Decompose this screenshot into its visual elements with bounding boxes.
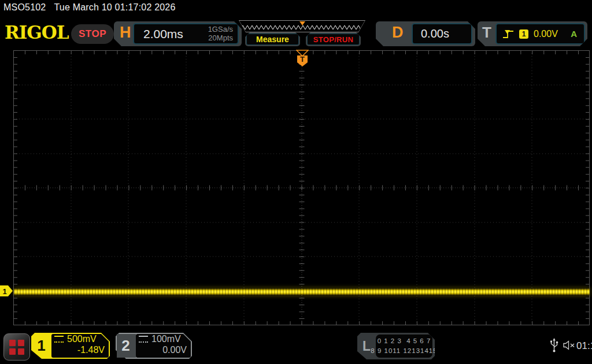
delay-readout: 0.00s <box>412 23 472 44</box>
title-bar: MSO5102Tue March 10 01:17:02 2026 <box>3 2 176 13</box>
datetime: Tue March 10 01:17:02 2026 <box>54 2 175 12</box>
logic-label: L <box>362 333 371 359</box>
display-grid-button[interactable] <box>3 333 30 361</box>
run-state-label: STOP <box>79 28 106 40</box>
trigger-level-value: 0.00V <box>534 29 565 39</box>
speaker-muted-icon <box>563 340 575 350</box>
channel-2-offset: 0.00V <box>139 345 187 355</box>
grid-lines <box>13 50 590 325</box>
trigger-panel[interactable]: T 1 0.00V A <box>478 21 587 46</box>
run-state-badge[interactable]: STOP <box>71 24 114 44</box>
delay-value: 0.00s <box>421 27 449 40</box>
waveform-preview-strip[interactable] <box>239 20 365 32</box>
memory-depth: 20Mpts <box>208 34 233 42</box>
trigger-readout: 1 0.00V A <box>495 23 585 44</box>
trigger-source-badge: 1 <box>519 29 528 39</box>
logic-channel-list: 0 1 2 3 4 5 6 7 8 9 1011 12131415 <box>376 335 432 358</box>
oscilloscope-screen: { "title_bar": { "model": "MSO5102", "da… <box>0 0 592 364</box>
clock: 01:16 <box>576 340 592 352</box>
measure-button[interactable]: Measure <box>245 32 300 46</box>
horizontal-readout: 2.00ms 1GSa/s 20Mpts <box>133 23 239 44</box>
dc-coupling-icon <box>54 336 64 343</box>
trigger-slope-icon <box>502 29 514 39</box>
ch1-marker-label: 1 <box>2 287 6 296</box>
trigger-marker-label: T <box>300 55 305 64</box>
trigger-label: T <box>482 24 491 42</box>
measure-button-label: Measure <box>256 35 289 44</box>
grid-icon <box>9 340 24 355</box>
channel-2-values: 100mV 0.00V <box>139 334 187 358</box>
measure-button-face: Measure <box>246 34 299 45</box>
logic-channels-status[interactable]: L 0 1 2 3 4 5 6 7 8 9 1011 12131415 <box>357 333 435 359</box>
timebase-value: 2.00ms <box>143 27 208 41</box>
trigger-position-marker[interactable]: T <box>296 50 309 67</box>
rigol-logo: RIGOL <box>5 22 69 43</box>
usb-icon <box>550 338 558 353</box>
stop-run-button-label: STOP/RUN <box>313 35 353 44</box>
channel-2-scale: 100mV <box>151 334 181 344</box>
acquisition-info: 1GSa/s 20Mpts <box>208 25 233 43</box>
channel-1-number: 1 <box>31 333 51 359</box>
stop-run-button-face: STOP/RUN <box>307 34 360 45</box>
stop-run-button[interactable]: STOP/RUN <box>306 32 361 46</box>
logic-row-2: 8 9 1011 12131415 <box>371 346 437 356</box>
sample-rate: 1GSa/s <box>208 25 233 34</box>
preview-trigger-position-icon <box>299 21 305 25</box>
ch1-waveform-trace <box>14 288 590 296</box>
channel-2-status[interactable]: 2 100mV 0.00V <box>116 333 192 359</box>
channel-1-status[interactable]: 1 500mV -1.48V <box>31 333 110 359</box>
model-name: MSO5102 <box>3 2 46 12</box>
trigger-sweep-mode: A <box>571 29 577 39</box>
channel-1-values: 500mV -1.48V <box>54 334 105 358</box>
logic-row-1: 0 1 2 3 4 5 6 7 <box>378 336 431 346</box>
delay-panel[interactable]: D 0.00s <box>376 21 475 46</box>
ch1-position-marker[interactable]: 1 <box>0 285 13 296</box>
horizontal-panel[interactable]: H 2.00ms 1GSa/s 20Mpts <box>114 21 242 46</box>
channel-1-offset: -1.48V <box>54 345 105 355</box>
graticule <box>13 50 590 325</box>
delay-label: D <box>392 24 404 42</box>
dc-coupling-icon <box>139 336 148 343</box>
channel-2-number: 2 <box>116 333 136 359</box>
horizontal-label: H <box>120 24 131 42</box>
channel-1-scale: 500mV <box>67 334 97 344</box>
